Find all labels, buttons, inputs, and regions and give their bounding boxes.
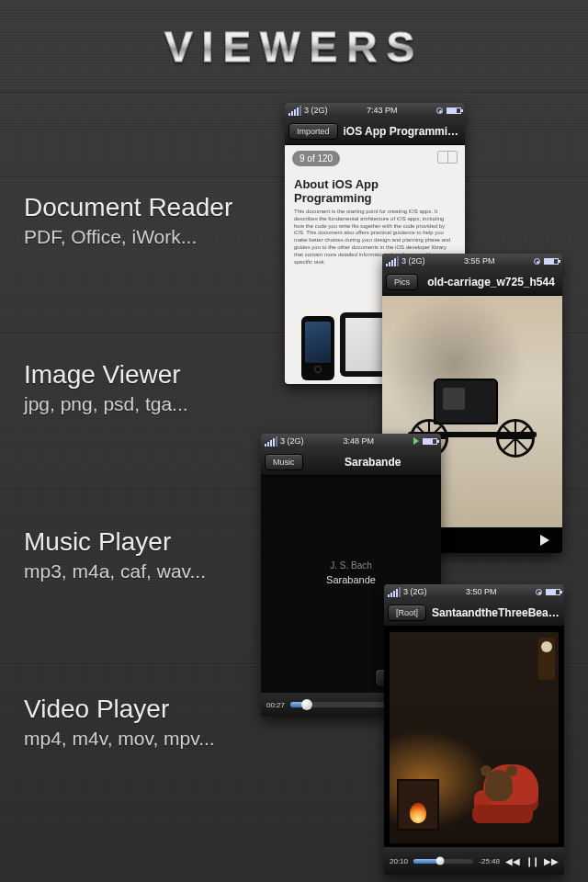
nav-bar: Pics old-carriage_w725_h544 [382, 268, 562, 296]
signal-icon [265, 436, 277, 447]
carrier-label: 3 (2G) [401, 256, 425, 266]
back-button[interactable]: Music [265, 454, 303, 470]
nav-title: old-carriage_w725_h544 [424, 276, 559, 288]
nav-bar: Music Sarabande [261, 448, 441, 476]
feature-title: Image Viewer [24, 360, 232, 390]
nav-title: iOS App Programmin... [344, 125, 461, 138]
feature-list: Document Reader PDF, Office, iWork... Im… [24, 193, 232, 862]
battery-icon [447, 107, 461, 114]
divider [0, 92, 588, 94]
feature-video-player: Video Player mp4, m4v, mov, mpv... [24, 695, 232, 750]
nav-bar: Imported iOS App Programmin... [285, 118, 465, 145]
battery-icon [423, 438, 437, 445]
carrier-label: 3 (2G) [403, 587, 427, 596]
battery-icon [546, 589, 560, 595]
previous-icon[interactable] [505, 856, 520, 866]
page-header: Viewers [0, 0, 588, 72]
feature-subtitle: jpg, png, psd, tga... [24, 393, 232, 415]
scrubber[interactable] [413, 859, 473, 864]
status-time: 7:43 PM [367, 106, 398, 115]
reading-mode-icon[interactable] [437, 151, 458, 164]
back-button[interactable]: [Root] [388, 605, 426, 621]
status-bar: 3 (2G) 7:43 PM [285, 103, 465, 118]
remaining-time: -25:48 [479, 857, 500, 865]
feature-music-player: Music Player mp3, m4a, caf, wav... [24, 527, 232, 582]
screenshot-video-player: 3 (2G) 3:50 PM [Root] SantaandtheThreeBe… [384, 584, 564, 875]
feature-subtitle: PDF, Office, iWork... [24, 226, 232, 248]
next-icon[interactable] [544, 856, 559, 866]
status-time: 3:50 PM [466, 587, 497, 596]
track-artist: J. S. Bach [330, 560, 372, 571]
nav-title: SantaandtheThreeBear... [432, 606, 560, 619]
signal-icon [388, 587, 401, 597]
page-indicator: 9 of 120 [292, 151, 340, 166]
video-content[interactable]: 20:10 -25:48 [384, 627, 564, 875]
pause-icon[interactable] [526, 856, 538, 866]
feature-subtitle: mp4, m4v, mov, mpv... [24, 728, 232, 750]
status-bar: 3 (2G) 3:48 PM [261, 434, 441, 448]
carrier-label: 3 (2G) [304, 106, 328, 115]
nav-title: Sarabande [309, 456, 437, 469]
orientation-lock-icon [534, 258, 540, 265]
status-time: 3:48 PM [343, 436, 374, 446]
elapsed-time: 20:10 [390, 857, 408, 865]
track-title: Sarabande [326, 574, 376, 585]
back-button[interactable]: Pics [386, 274, 418, 290]
feature-title: Document Reader [24, 193, 232, 222]
carrier-label: 3 (2G) [280, 436, 304, 446]
page-title: Viewers [0, 22, 588, 72]
signal-icon [288, 106, 301, 116]
orientation-lock-icon [536, 589, 542, 595]
now-playing-icon [413, 437, 419, 445]
orientation-lock-icon [436, 107, 443, 114]
signal-icon [386, 256, 399, 266]
slideshow-play-icon[interactable] [540, 535, 549, 546]
feature-image-viewer: Image Viewer jpg, png, psd, tga... [24, 360, 232, 415]
video-controls: 20:10 -25:48 [384, 847, 564, 875]
feature-title: Video Player [24, 695, 232, 724]
back-button[interactable]: Imported [288, 123, 338, 140]
status-bar: 3 (2G) 3:55 PM [382, 254, 562, 268]
elapsed-time: 00:27 [266, 701, 285, 709]
feature-title: Music Player [24, 527, 232, 557]
status-time: 3:55 PM [464, 256, 495, 266]
feature-subtitle: mp3, m4a, caf, wav... [24, 560, 232, 582]
feature-document-reader: Document Reader PDF, Office, iWork... [24, 193, 232, 248]
battery-icon [544, 258, 559, 265]
document-heading: About iOS App Programming [285, 172, 465, 209]
status-bar: 3 (2G) 3:50 PM [384, 584, 564, 599]
video-frame [390, 632, 559, 843]
nav-bar: [Root] SantaandtheThreeBear... [384, 599, 564, 627]
